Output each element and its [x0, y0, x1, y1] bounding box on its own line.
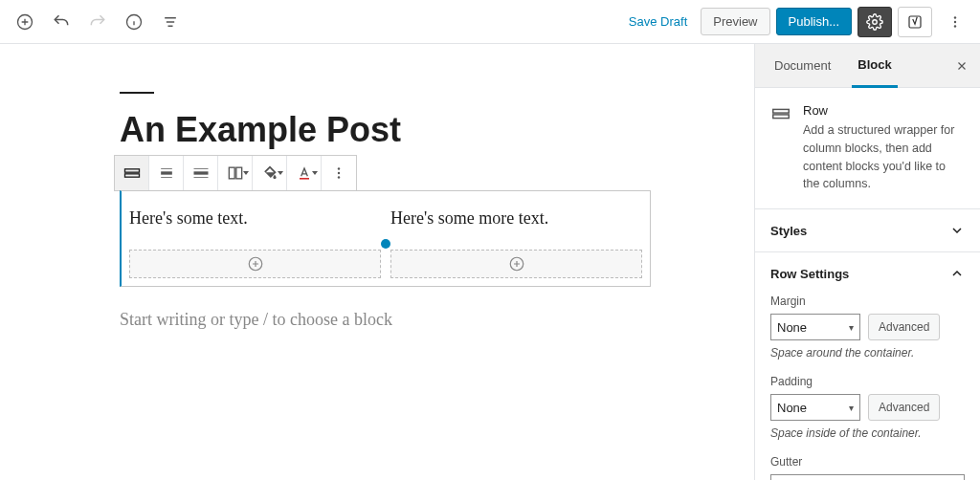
redo-button[interactable] — [80, 5, 115, 39]
padding-label: Padding — [770, 375, 965, 388]
margin-setting: Margin None Advanced Space around the co… — [770, 295, 965, 360]
column-text[interactable]: Here's some more text. — [390, 208, 642, 229]
top-bar: Save Draft Preview Publish... — [0, 0, 980, 44]
padding-setting: Padding None Advanced Space inside of th… — [770, 375, 965, 440]
row-block-icon — [770, 103, 791, 124]
svg-point-4 — [954, 16, 956, 18]
svg-point-14 — [338, 171, 340, 173]
align-wide-button[interactable] — [149, 156, 184, 190]
preview-button[interactable]: Preview — [701, 8, 769, 35]
main-area: An Example Post — [0, 44, 980, 480]
chevron-up-icon — [949, 266, 965, 281]
tab-document[interactable]: Document — [768, 44, 836, 88]
row-settings-panel-header[interactable]: Row Settings — [755, 252, 980, 295]
svg-rect-9 — [161, 171, 172, 174]
title-accent — [120, 92, 154, 94]
panel-title: Styles — [770, 224, 807, 238]
svg-point-15 — [338, 176, 340, 178]
svg-rect-18 — [773, 109, 790, 113]
empty-block-prompt[interactable]: Start writing or type / to choose a bloc… — [120, 310, 651, 330]
align-full-icon — [191, 164, 211, 183]
plus-circle-icon — [508, 255, 525, 273]
column-text[interactable]: Here's some text. — [129, 208, 381, 229]
row-settings-panel: Row Settings Margin None Advanced Space … — [755, 252, 980, 480]
margin-select[interactable]: None — [770, 314, 860, 340]
background-button[interactable] — [253, 156, 287, 190]
info-icon — [124, 12, 144, 32]
columns-button[interactable] — [218, 156, 253, 190]
yoast-button[interactable] — [898, 7, 932, 37]
svg-rect-3 — [909, 16, 921, 28]
publish-button[interactable]: Publish... — [776, 8, 852, 35]
block-title: Row — [803, 103, 965, 118]
add-block-placeholder[interactable] — [390, 250, 642, 278]
close-sidebar-button[interactable] — [955, 59, 969, 73]
svg-rect-11 — [229, 167, 234, 179]
align-full-button[interactable] — [184, 156, 218, 190]
margin-row: None Advanced — [770, 314, 965, 340]
svg-point-2 — [873, 19, 878, 24]
block-type-button[interactable] — [115, 156, 149, 190]
gutter-row: Medium — [770, 474, 965, 480]
tab-block[interactable]: Block — [852, 44, 897, 88]
top-left-tools — [8, 5, 188, 39]
undo-icon — [52, 12, 71, 32]
padding-row: None Advanced — [770, 394, 965, 421]
svg-rect-8 — [124, 173, 139, 176]
more-options-button[interactable] — [938, 5, 972, 39]
settings-toggle-button[interactable] — [858, 7, 892, 37]
dots-vertical-icon — [947, 13, 964, 31]
block-description: Row Add a structured wrapper for column … — [755, 88, 980, 209]
padding-advanced-button[interactable]: Advanced — [868, 394, 940, 421]
column-resize-handle[interactable] — [381, 239, 390, 249]
styles-panel-header[interactable]: Styles — [755, 209, 980, 251]
padding-help: Space inside of the container. — [770, 426, 965, 440]
add-block-button[interactable] — [8, 5, 42, 39]
block-toolbar — [114, 155, 357, 191]
info-button[interactable] — [117, 5, 151, 39]
dots-vertical-icon — [330, 164, 347, 182]
margin-advanced-button[interactable]: Advanced — [868, 314, 940, 340]
svg-rect-10 — [193, 171, 208, 174]
text-color-button[interactable] — [287, 156, 322, 190]
column-1[interactable]: Here's some text. — [129, 208, 381, 278]
outline-button[interactable] — [153, 5, 188, 39]
row-icon — [770, 103, 791, 124]
fill-icon — [260, 164, 279, 183]
svg-rect-12 — [235, 167, 241, 179]
styles-panel: Styles — [755, 209, 980, 252]
svg-point-13 — [338, 167, 340, 169]
undo-button[interactable] — [44, 5, 78, 39]
padding-select[interactable]: None — [770, 394, 860, 421]
post-content: An Example Post — [120, 92, 651, 330]
gear-icon — [866, 13, 883, 31]
settings-sidebar: Document Block Row Add a structured wrap… — [754, 44, 980, 480]
list-icon — [161, 12, 180, 32]
plus-circle-icon — [15, 12, 34, 32]
add-block-placeholder[interactable] — [129, 250, 381, 278]
plus-circle-icon — [247, 255, 264, 273]
chevron-down-icon — [949, 223, 965, 238]
margin-help: Space around the container. — [770, 346, 965, 360]
column-2[interactable]: Here's some more text. — [390, 208, 642, 278]
post-title[interactable]: An Example Post — [120, 111, 651, 149]
save-draft-button[interactable]: Save Draft — [621, 14, 695, 29]
row-block[interactable]: Here's some text. Here's some more text. — [120, 190, 651, 287]
svg-rect-7 — [124, 168, 139, 171]
more-button[interactable] — [322, 156, 356, 190]
svg-rect-19 — [773, 115, 790, 119]
text-color-icon — [295, 164, 314, 183]
align-wide-icon — [157, 164, 176, 183]
close-icon — [955, 59, 969, 73]
editor-canvas: An Example Post — [0, 44, 754, 480]
gutter-select[interactable]: Medium — [770, 474, 965, 480]
row-settings-body: Margin None Advanced Space around the co… — [755, 295, 980, 480]
svg-point-5 — [954, 20, 956, 22]
svg-point-6 — [954, 25, 956, 27]
row-icon — [122, 164, 142, 183]
redo-icon — [88, 12, 107, 32]
top-right-tools: Save Draft Preview Publish... — [621, 5, 972, 39]
yoast-icon — [906, 13, 924, 31]
panel-title: Row Settings — [770, 267, 849, 281]
margin-label: Margin — [770, 295, 965, 308]
